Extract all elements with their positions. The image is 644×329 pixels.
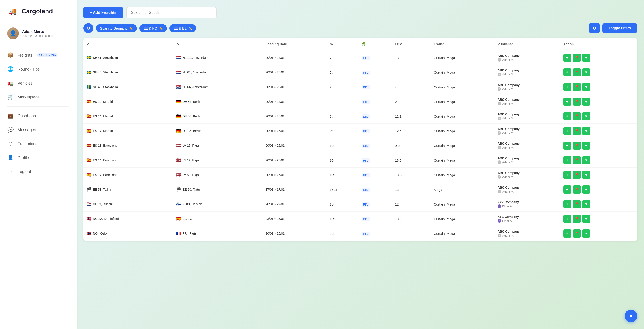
sidebar-item-messages[interactable]: 💬 Messages bbox=[0, 123, 76, 137]
action-pin-12[interactable]: 📍 bbox=[573, 230, 581, 238]
action-pin-3[interactable]: 📍 bbox=[573, 98, 581, 106]
from-text-2: SE 46, Stockholm bbox=[93, 85, 118, 89]
sidebar-item-vehicles[interactable]: 🚛 Vehicles bbox=[0, 76, 76, 90]
action-pin-10[interactable]: 📍 bbox=[573, 200, 581, 208]
action-pin-4[interactable]: 📍 bbox=[573, 112, 581, 120]
action-add-6[interactable]: + bbox=[563, 142, 572, 150]
cell-trailer-4: Curtain, Mega bbox=[430, 109, 494, 124]
to-flag-2: 🇳🇱 bbox=[176, 84, 181, 90]
action-pin-6[interactable]: 📍 bbox=[573, 142, 581, 150]
action-heart-9[interactable]: ♥ bbox=[582, 186, 590, 194]
filter-ee-ee[interactable]: EE & EE ✏️ bbox=[170, 24, 196, 32]
action-pin-11[interactable]: 📍 bbox=[573, 215, 581, 223]
action-heart-4[interactable]: ♥ bbox=[582, 112, 590, 120]
action-heart-7[interactable]: ♥ bbox=[582, 156, 590, 164]
action-add-3[interactable]: + bbox=[563, 98, 572, 106]
action-add-10[interactable]: + bbox=[563, 200, 572, 208]
table-row: 🇸🇪 SE 46, Stockholm 🇳🇱 NL 66, Amsterdam … bbox=[83, 80, 637, 94]
cell-type-4: LTL bbox=[358, 109, 392, 124]
action-pin-2[interactable]: 📍 bbox=[573, 83, 581, 91]
action-pin-1[interactable]: 📍 bbox=[573, 68, 581, 76]
refresh-button[interactable]: ↻ bbox=[83, 23, 93, 33]
date-arrow-7: » bbox=[274, 159, 276, 162]
action-heart-2[interactable]: ♥ bbox=[582, 83, 590, 91]
nav-separator-1 bbox=[7, 106, 70, 106]
action-pin-8[interactable]: 📍 bbox=[573, 171, 581, 179]
action-add-12[interactable]: + bbox=[563, 230, 572, 238]
sidebar-item-fuel-prices[interactable]: ⬡ Fuel prices bbox=[0, 137, 76, 151]
search-input[interactable] bbox=[126, 7, 216, 18]
action-pin-0[interactable]: 📍 bbox=[573, 54, 581, 62]
col-ldm[interactable]: LDM ↑ bbox=[392, 38, 431, 50]
action-heart-10[interactable]: ♥ bbox=[582, 200, 590, 208]
to-flag-12: 🇫🇷 bbox=[176, 231, 181, 236]
date-to-8: 25/01 bbox=[277, 173, 284, 177]
action-heart-11[interactable]: ♥ bbox=[582, 215, 590, 223]
action-add-1[interactable]: + bbox=[563, 68, 572, 76]
action-add-8[interactable]: + bbox=[563, 171, 572, 179]
action-heart-8[interactable]: ♥ bbox=[582, 171, 590, 179]
toggle-filters-button[interactable]: Toggle filters bbox=[602, 24, 637, 33]
action-heart-6[interactable]: ♥ bbox=[582, 142, 590, 150]
action-heart-1[interactable]: ♥ bbox=[582, 68, 590, 76]
date-arrow-8: » bbox=[274, 173, 276, 176]
action-pin-7[interactable]: 📍 bbox=[573, 156, 581, 164]
sidebar-item-profile[interactable]: 👤 Profile bbox=[0, 151, 76, 165]
sidebar-item-marketplace[interactable]: 🛒 Marketplace bbox=[0, 90, 76, 104]
user-notification[interactable]: You have 0 notifications bbox=[22, 34, 53, 38]
action-add-2[interactable]: + bbox=[563, 83, 572, 91]
date-from-3: 20/01 bbox=[266, 100, 273, 104]
cell-from-3: 🇪🇸 ES 14, Madrid bbox=[83, 94, 173, 109]
date-to-12: 25/01 bbox=[277, 232, 284, 235]
date-from-9: 17/01 bbox=[266, 188, 273, 191]
action-add-0[interactable]: + bbox=[563, 54, 572, 62]
cell-type-6: LTL bbox=[358, 138, 392, 153]
to-text-7: LV 12, Riga bbox=[182, 158, 199, 162]
action-pin-9[interactable]: 📍 bbox=[573, 186, 581, 194]
table-body: 🇸🇪 SE 41, Stockholm 🇳🇱 NL 11, Amsterdam … bbox=[83, 50, 637, 241]
action-heart-12[interactable]: ♥ bbox=[582, 230, 590, 238]
filter-spain-germany[interactable]: Spain to Germany ✏️ bbox=[96, 24, 137, 32]
action-add-5[interactable]: + bbox=[563, 127, 572, 135]
cell-from-9: 🏴 EE 51, Tallinn bbox=[83, 182, 173, 197]
cell-to-3: 🇩🇪 DE 85, Berlin bbox=[173, 94, 262, 109]
floating-heart-button[interactable]: ♥ bbox=[624, 310, 637, 322]
action-heart-5[interactable]: ♥ bbox=[582, 127, 590, 135]
add-freights-button[interactable]: + Add Freights bbox=[83, 7, 123, 18]
cell-publisher-4: ABC Company A Adam M. bbox=[494, 109, 560, 124]
action-add-9[interactable]: + bbox=[563, 186, 572, 194]
to-flag-5: 🇩🇪 bbox=[176, 128, 181, 134]
action-add-4[interactable]: + bbox=[563, 112, 572, 120]
date-from-10: 20/01 bbox=[266, 202, 273, 206]
cell-ldm-0: 13 bbox=[392, 50, 431, 65]
sidebar-item-freights[interactable]: 📦 Freights 13 in last 24h bbox=[0, 48, 76, 62]
filter-ee-no[interactable]: EE & NO ✏️ bbox=[140, 24, 167, 32]
sidebar-item-logout[interactable]: → Log out bbox=[0, 165, 76, 179]
logo-text: Cargoland bbox=[22, 8, 53, 15]
cell-actions-5: + 📍 ♥ bbox=[560, 124, 637, 138]
cell-to-7: 🇱🇻 LV 12, Riga bbox=[173, 153, 262, 168]
from-flag-2: 🇸🇪 bbox=[86, 84, 92, 90]
action-add-11[interactable]: + bbox=[563, 215, 572, 223]
action-heart-3[interactable]: ♥ bbox=[582, 98, 590, 106]
action-pin-5[interactable]: 📍 bbox=[573, 127, 581, 135]
publisher-user-name-3: Adam M. bbox=[502, 102, 514, 106]
from-flag-0: 🇸🇪 bbox=[86, 55, 92, 60]
filter-icon-button[interactable]: ⚙ bbox=[589, 23, 600, 33]
cell-type-1: FTL bbox=[358, 65, 392, 80]
date-to-5: 25/01 bbox=[277, 129, 284, 133]
date-arrow-4: » bbox=[274, 115, 276, 118]
action-add-7[interactable]: + bbox=[563, 156, 572, 164]
cell-trailer-6: Curtain, Mega bbox=[430, 138, 494, 153]
publisher-user-name-4: Adam M. bbox=[502, 117, 514, 120]
cell-actions-12: + 📍 ♥ bbox=[560, 226, 637, 241]
sidebar-item-round-trips[interactable]: 🌐 Round-Trips bbox=[0, 62, 76, 76]
action-heart-0[interactable]: ♥ bbox=[582, 54, 590, 62]
cell-trailer-8: Curtain, Mega bbox=[430, 168, 494, 182]
sidebar-item-dashboard[interactable]: 💼 Dashboard bbox=[0, 109, 76, 123]
to-text-1: NL 61, Amsterdam bbox=[182, 70, 208, 74]
col-trailer: Trailer bbox=[430, 38, 494, 50]
cell-to-4: 🇩🇪 DE 55, Berlin bbox=[173, 109, 262, 124]
table-row: 🇪🇸 ES 14, Barcelona 🇱🇻 LV 61, Riga 20/01… bbox=[83, 168, 637, 182]
from-flag-10: 🇳🇱 bbox=[86, 202, 92, 207]
